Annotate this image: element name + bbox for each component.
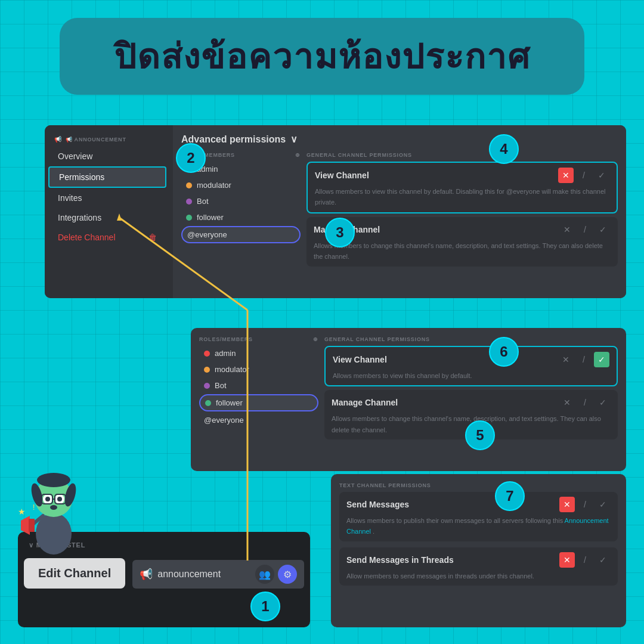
announcement-icon: 📢 <box>54 136 62 143</box>
perm-send-header: Send Messages ✕ / ✓ <box>346 497 611 512</box>
svg-point-15 <box>50 505 57 510</box>
svg-rect-18 <box>29 519 35 532</box>
mid-roles-column: ROLES/MEMBERS ⊕ admin modulator Bot foll… <box>199 336 318 463</box>
roles-column: ROLES/MEMBERS ⊕ admin modulator Bot <box>181 152 301 284</box>
sidebar-item-delete[interactable]: Delete Channel 🗑 <box>48 228 166 247</box>
perm-threads-x-btn[interactable]: ✕ <box>559 552 575 568</box>
settings-gear-icon-btn[interactable]: ⚙ <box>278 565 297 584</box>
character-illustration: ★ ! <box>18 450 89 558</box>
mid-perm-view-header: View Channel ✕ / ✓ <box>333 352 609 367</box>
perm-threads-check-btn[interactable]: ✓ <box>595 552 611 568</box>
perm-send-check-btn[interactable]: ✓ <box>595 497 611 512</box>
mid-perm-view-channel: View Channel ✕ / ✓ Allows members to vie… <box>324 346 618 386</box>
bottom-right-panel: TEXT CHANNEL PERMISSIONS Send Messages ✕… <box>331 474 626 627</box>
perm-manage-x-btn[interactable]: ✕ <box>559 222 575 237</box>
perm-threads-header: Send Messages in Threads ✕ / ✓ <box>346 552 611 568</box>
add-members-icon-btn[interactable]: 👥 <box>255 565 274 584</box>
mid-perm-view-buttons: ✕ / ✓ <box>558 352 609 367</box>
perm-send-slash-btn[interactable]: / <box>577 497 593 512</box>
mid-role-dot-modulator <box>204 367 210 373</box>
mid-perm-view-check-btn[interactable]: ✓ <box>594 352 609 367</box>
sidebar-item-integrations[interactable]: Integrations <box>48 208 166 227</box>
sidebar-item-invites[interactable]: Invites <box>48 188 166 208</box>
mid-role-dot-follower <box>205 400 211 406</box>
channel-icons: 👥 ⚙ <box>255 565 297 584</box>
add-role-icon[interactable]: ⊕ <box>295 152 301 158</box>
permissions-two-col: ROLES/MEMBERS ⊕ admin modulator Bot <box>181 152 618 284</box>
mid-perm-manage-header: Manage Channel ✕ / ✓ <box>332 395 611 410</box>
mid-add-role-icon[interactable]: ⊕ <box>313 336 318 342</box>
mid-role-dot-bot <box>204 383 210 389</box>
svg-text:★: ★ <box>18 507 26 516</box>
announcement-channel-icon: 📢 <box>140 568 153 581</box>
mid-general-perms-label: GENERAL CHANNEL PERMISSIONS <box>324 336 618 342</box>
mid-role-admin[interactable]: admin <box>199 346 318 361</box>
general-perms-label: GENERAL CHANNEL PERMISSIONS <box>306 152 618 158</box>
perm-send-buttons: ✕ / ✓ <box>559 497 611 512</box>
svg-point-5 <box>37 473 70 487</box>
svg-marker-17 <box>21 516 30 535</box>
svg-point-10 <box>45 497 50 501</box>
svg-point-11 <box>57 497 62 501</box>
mid-perm-manage-check-btn[interactable]: ✓ <box>595 395 611 410</box>
perm-manage-buttons: ✕ / ✓ <box>559 222 611 237</box>
role-item-everyone[interactable]: @everyone <box>181 226 301 243</box>
mid-role-modulator[interactable]: modulator <box>199 362 318 377</box>
perm-manage-header: Manage Channel ✕ / ✓ <box>314 222 611 237</box>
sidebar-item-overview[interactable]: Overview <box>48 147 166 166</box>
step-1-badge: 1 <box>250 592 280 621</box>
mid-roles-label: ROLES/MEMBERS ⊕ <box>199 336 318 342</box>
svg-text:!: ! <box>33 503 35 512</box>
perm-view-buttons: ✕ / ✓ <box>558 168 609 183</box>
role-item-modulator[interactable]: modulator <box>181 178 301 193</box>
perm-view-slash-btn[interactable]: / <box>576 168 592 183</box>
step-5-badge: 5 <box>465 420 495 450</box>
perm-threads-slash-btn[interactable]: / <box>577 552 593 568</box>
mid-role-dot-admin <box>204 351 210 357</box>
perm-view-channel: View Channel ✕ / ✓ Allows members to vie… <box>306 162 618 213</box>
perm-view-check-btn[interactable]: ✓ <box>594 168 609 183</box>
mid-panel: ROLES/MEMBERS ⊕ admin modulator Bot foll… <box>191 328 626 471</box>
adv-permissions-header: Advanced permissions ∨ <box>181 134 618 145</box>
mid-perm-view-x-btn[interactable]: ✕ <box>558 352 574 367</box>
perm-view-header: View Channel ✕ / ✓ <box>315 168 609 183</box>
top-panel: 📢 📢 ANNOUNCEMENT Overview Permissions In… <box>45 125 626 298</box>
sidebar: 📢 📢 ANNOUNCEMENT Overview Permissions In… <box>45 125 170 298</box>
role-item-bot[interactable]: Bot <box>181 194 301 209</box>
trash-icon: 🗑 <box>148 233 157 242</box>
mid-role-everyone[interactable]: @everyone <box>199 413 318 428</box>
edit-channel-button[interactable]: Edit Channel <box>24 558 125 589</box>
perm-send-messages: Send Messages ✕ / ✓ Allows members to pu… <box>339 492 618 541</box>
mid-perm-manage-slash-btn[interactable]: / <box>577 395 593 410</box>
sidebar-header-text: 📢 ANNOUNCEMENT <box>66 137 126 143</box>
step-6-badge: 6 <box>489 337 519 367</box>
role-item-follower[interactable]: follower <box>181 210 301 225</box>
perm-manage-slash-btn[interactable]: / <box>577 222 593 237</box>
title-banner: ปิดส่งข้อความห้องประกาศ <box>60 18 584 95</box>
step-2-badge: 2 <box>176 143 206 173</box>
perm-view-x-btn[interactable]: ✕ <box>558 168 574 183</box>
sidebar-item-permissions[interactable]: Permissions <box>48 166 166 188</box>
step-3-badge: 3 <box>325 218 355 247</box>
mid-perm-view-slash-btn[interactable]: / <box>576 352 592 367</box>
channel-row: 📢 announcement 👥 ⚙ <box>132 560 304 589</box>
mid-perm-manage-buttons: ✕ / ✓ <box>559 395 611 410</box>
perm-send-x-btn[interactable]: ✕ <box>559 497 575 512</box>
chevron-down-icon: ∨ <box>290 134 298 145</box>
step-7-badge: 7 <box>495 481 525 511</box>
text-perms-label: TEXT CHANNEL PERMISSIONS <box>339 482 618 488</box>
permissions-main: Advanced permissions ∨ ROLES/MEMBERS ⊕ a… <box>173 125 626 298</box>
mid-perm-manage-x-btn[interactable]: ✕ <box>559 395 575 410</box>
mid-role-bot[interactable]: Bot <box>199 378 318 393</box>
server-bottom-area: Edit Channel 📢 announcement 👥 ⚙ <box>24 558 304 589</box>
channel-name: 📢 announcement <box>140 568 221 581</box>
mid-role-follower[interactable]: follower <box>199 394 318 411</box>
sidebar-channel-header: 📢 📢 ANNOUNCEMENT <box>45 131 170 146</box>
character-svg: ★ ! <box>18 450 89 558</box>
perm-send-threads: Send Messages in Threads ✕ / ✓ Allow mem… <box>339 547 618 586</box>
perm-manage-check-btn[interactable]: ✓ <box>595 222 611 237</box>
permissions-column: GENERAL CHANNEL PERMISSIONS View Channel… <box>306 152 618 284</box>
perm-threads-buttons: ✕ / ✓ <box>559 552 611 568</box>
perm-manage-channel: Manage Channel ✕ / ✓ Allows members to c… <box>306 217 618 267</box>
role-dot-follower <box>186 215 192 221</box>
